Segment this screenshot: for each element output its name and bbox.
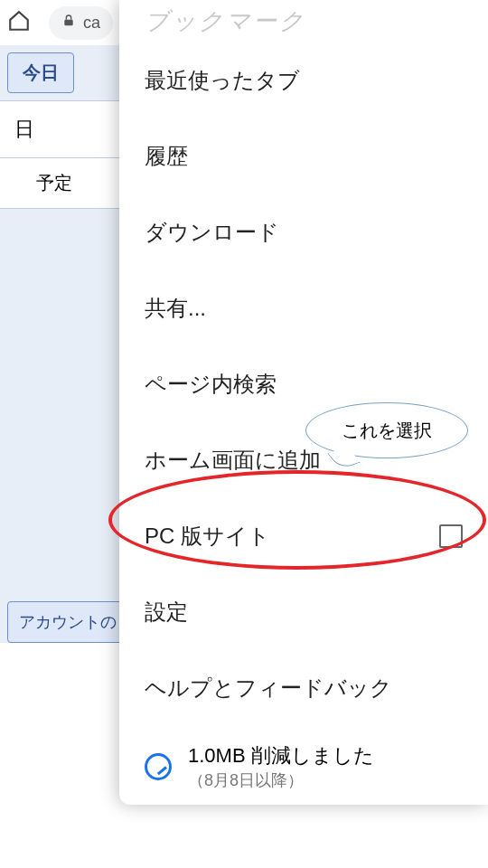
gauge-icon (145, 753, 172, 780)
overflow-menu: ブックマーク 最近使ったタブ 履歴 ダウンロード 共有... ページ内検索 ホー… (119, 0, 488, 805)
menu-share[interactable]: 共有... (119, 270, 488, 346)
svg-rect-0 (64, 19, 72, 25)
menu-recent-tabs[interactable]: 最近使ったタブ (119, 42, 488, 118)
url-text: ca (83, 14, 100, 33)
lock-icon (61, 14, 76, 33)
home-icon[interactable] (7, 9, 49, 36)
desktop-site-checkbox[interactable] (439, 524, 463, 548)
menu-history[interactable]: 履歴 (119, 118, 488, 194)
url-bar[interactable]: ca (49, 6, 113, 40)
menu-ghost-header: ブックマーク (119, 0, 488, 42)
data-saved-row[interactable]: 1.0MB 削減しました （8月8日以降） (119, 726, 488, 807)
menu-desktop-site[interactable]: PC 版サイト (119, 498, 488, 574)
menu-help[interactable]: ヘルプとフィードバック (119, 650, 488, 726)
menu-downloads[interactable]: ダウンロード (119, 194, 488, 270)
data-saved-title: 1.0MB 削減しました (188, 742, 374, 769)
menu-settings[interactable]: 設定 (119, 574, 488, 650)
menu-add-home[interactable]: ホーム画面に追加 (119, 422, 488, 498)
menu-find-in-page[interactable]: ページ内検索 (119, 346, 488, 422)
today-chip[interactable]: 今日 (7, 52, 74, 93)
data-saved-sub: （8月8日以降） (188, 769, 374, 791)
